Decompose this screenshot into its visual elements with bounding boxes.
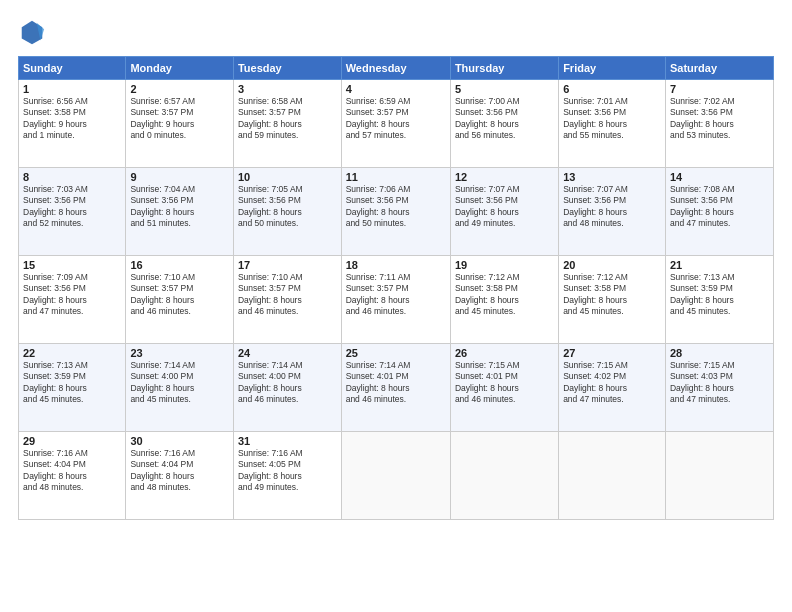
day-info: Sunrise: 7:08 AM Sunset: 3:56 PM Dayligh… bbox=[670, 184, 769, 230]
day-cell: 8Sunrise: 7:03 AM Sunset: 3:56 PM Daylig… bbox=[19, 168, 126, 256]
day-number: 10 bbox=[238, 171, 337, 183]
day-info: Sunrise: 7:02 AM Sunset: 3:56 PM Dayligh… bbox=[670, 96, 769, 142]
day-number: 29 bbox=[23, 435, 121, 447]
day-number: 19 bbox=[455, 259, 554, 271]
weekday-header-tuesday: Tuesday bbox=[233, 57, 341, 80]
day-number: 7 bbox=[670, 83, 769, 95]
day-number: 22 bbox=[23, 347, 121, 359]
weekday-row: SundayMondayTuesdayWednesdayThursdayFrid… bbox=[19, 57, 774, 80]
day-number: 20 bbox=[563, 259, 661, 271]
day-cell: 30Sunrise: 7:16 AM Sunset: 4:04 PM Dayli… bbox=[126, 432, 234, 520]
day-info: Sunrise: 7:01 AM Sunset: 3:56 PM Dayligh… bbox=[563, 96, 661, 142]
day-cell: 3Sunrise: 6:58 AM Sunset: 3:57 PM Daylig… bbox=[233, 80, 341, 168]
calendar-table: SundayMondayTuesdayWednesdayThursdayFrid… bbox=[18, 56, 774, 520]
logo bbox=[18, 18, 50, 46]
day-info: Sunrise: 7:12 AM Sunset: 3:58 PM Dayligh… bbox=[563, 272, 661, 318]
day-info: Sunrise: 7:14 AM Sunset: 4:00 PM Dayligh… bbox=[238, 360, 337, 406]
day-number: 5 bbox=[455, 83, 554, 95]
day-info: Sunrise: 7:14 AM Sunset: 4:00 PM Dayligh… bbox=[130, 360, 229, 406]
day-number: 14 bbox=[670, 171, 769, 183]
day-info: Sunrise: 7:06 AM Sunset: 3:56 PM Dayligh… bbox=[346, 184, 446, 230]
day-info: Sunrise: 7:11 AM Sunset: 3:57 PM Dayligh… bbox=[346, 272, 446, 318]
page: SundayMondayTuesdayWednesdayThursdayFrid… bbox=[0, 0, 792, 612]
day-cell: 1Sunrise: 6:56 AM Sunset: 3:58 PM Daylig… bbox=[19, 80, 126, 168]
day-info: Sunrise: 6:57 AM Sunset: 3:57 PM Dayligh… bbox=[130, 96, 229, 142]
day-info: Sunrise: 7:16 AM Sunset: 4:04 PM Dayligh… bbox=[130, 448, 229, 494]
day-cell bbox=[450, 432, 558, 520]
day-number: 31 bbox=[238, 435, 337, 447]
day-info: Sunrise: 7:12 AM Sunset: 3:58 PM Dayligh… bbox=[455, 272, 554, 318]
day-info: Sunrise: 7:13 AM Sunset: 3:59 PM Dayligh… bbox=[23, 360, 121, 406]
day-number: 28 bbox=[670, 347, 769, 359]
day-info: Sunrise: 7:00 AM Sunset: 3:56 PM Dayligh… bbox=[455, 96, 554, 142]
day-info: Sunrise: 7:15 AM Sunset: 4:02 PM Dayligh… bbox=[563, 360, 661, 406]
day-info: Sunrise: 6:56 AM Sunset: 3:58 PM Dayligh… bbox=[23, 96, 121, 142]
day-number: 1 bbox=[23, 83, 121, 95]
day-number: 15 bbox=[23, 259, 121, 271]
day-cell: 9Sunrise: 7:04 AM Sunset: 3:56 PM Daylig… bbox=[126, 168, 234, 256]
day-cell: 20Sunrise: 7:12 AM Sunset: 3:58 PM Dayli… bbox=[559, 256, 666, 344]
day-cell: 10Sunrise: 7:05 AM Sunset: 3:56 PM Dayli… bbox=[233, 168, 341, 256]
week-row-1: 1Sunrise: 6:56 AM Sunset: 3:58 PM Daylig… bbox=[19, 80, 774, 168]
day-cell: 14Sunrise: 7:08 AM Sunset: 3:56 PM Dayli… bbox=[665, 168, 773, 256]
day-number: 23 bbox=[130, 347, 229, 359]
day-number: 12 bbox=[455, 171, 554, 183]
logo-icon bbox=[18, 18, 46, 46]
day-info: Sunrise: 7:04 AM Sunset: 3:56 PM Dayligh… bbox=[130, 184, 229, 230]
weekday-header-friday: Friday bbox=[559, 57, 666, 80]
day-cell: 28Sunrise: 7:15 AM Sunset: 4:03 PM Dayli… bbox=[665, 344, 773, 432]
day-cell: 11Sunrise: 7:06 AM Sunset: 3:56 PM Dayli… bbox=[341, 168, 450, 256]
day-cell: 23Sunrise: 7:14 AM Sunset: 4:00 PM Dayli… bbox=[126, 344, 234, 432]
weekday-header-sunday: Sunday bbox=[19, 57, 126, 80]
day-cell: 12Sunrise: 7:07 AM Sunset: 3:56 PM Dayli… bbox=[450, 168, 558, 256]
week-row-2: 8Sunrise: 7:03 AM Sunset: 3:56 PM Daylig… bbox=[19, 168, 774, 256]
day-number: 24 bbox=[238, 347, 337, 359]
day-number: 6 bbox=[563, 83, 661, 95]
weekday-header-wednesday: Wednesday bbox=[341, 57, 450, 80]
day-info: Sunrise: 7:15 AM Sunset: 4:03 PM Dayligh… bbox=[670, 360, 769, 406]
day-cell: 15Sunrise: 7:09 AM Sunset: 3:56 PM Dayli… bbox=[19, 256, 126, 344]
header bbox=[18, 18, 774, 46]
day-cell: 22Sunrise: 7:13 AM Sunset: 3:59 PM Dayli… bbox=[19, 344, 126, 432]
day-info: Sunrise: 7:10 AM Sunset: 3:57 PM Dayligh… bbox=[238, 272, 337, 318]
day-cell: 29Sunrise: 7:16 AM Sunset: 4:04 PM Dayli… bbox=[19, 432, 126, 520]
day-number: 21 bbox=[670, 259, 769, 271]
day-info: Sunrise: 7:13 AM Sunset: 3:59 PM Dayligh… bbox=[670, 272, 769, 318]
week-row-3: 15Sunrise: 7:09 AM Sunset: 3:56 PM Dayli… bbox=[19, 256, 774, 344]
day-number: 27 bbox=[563, 347, 661, 359]
day-number: 25 bbox=[346, 347, 446, 359]
day-number: 18 bbox=[346, 259, 446, 271]
weekday-header-saturday: Saturday bbox=[665, 57, 773, 80]
day-cell: 13Sunrise: 7:07 AM Sunset: 3:56 PM Dayli… bbox=[559, 168, 666, 256]
day-info: Sunrise: 7:09 AM Sunset: 3:56 PM Dayligh… bbox=[23, 272, 121, 318]
day-info: Sunrise: 7:05 AM Sunset: 3:56 PM Dayligh… bbox=[238, 184, 337, 230]
day-info: Sunrise: 6:59 AM Sunset: 3:57 PM Dayligh… bbox=[346, 96, 446, 142]
day-cell: 19Sunrise: 7:12 AM Sunset: 3:58 PM Dayli… bbox=[450, 256, 558, 344]
day-info: Sunrise: 6:58 AM Sunset: 3:57 PM Dayligh… bbox=[238, 96, 337, 142]
day-cell: 17Sunrise: 7:10 AM Sunset: 3:57 PM Dayli… bbox=[233, 256, 341, 344]
day-cell: 6Sunrise: 7:01 AM Sunset: 3:56 PM Daylig… bbox=[559, 80, 666, 168]
day-cell: 2Sunrise: 6:57 AM Sunset: 3:57 PM Daylig… bbox=[126, 80, 234, 168]
week-row-5: 29Sunrise: 7:16 AM Sunset: 4:04 PM Dayli… bbox=[19, 432, 774, 520]
day-cell: 7Sunrise: 7:02 AM Sunset: 3:56 PM Daylig… bbox=[665, 80, 773, 168]
day-cell bbox=[559, 432, 666, 520]
calendar-header: SundayMondayTuesdayWednesdayThursdayFrid… bbox=[19, 57, 774, 80]
day-number: 17 bbox=[238, 259, 337, 271]
day-cell: 18Sunrise: 7:11 AM Sunset: 3:57 PM Dayli… bbox=[341, 256, 450, 344]
day-cell: 5Sunrise: 7:00 AM Sunset: 3:56 PM Daylig… bbox=[450, 80, 558, 168]
day-number: 9 bbox=[130, 171, 229, 183]
weekday-header-thursday: Thursday bbox=[450, 57, 558, 80]
week-row-4: 22Sunrise: 7:13 AM Sunset: 3:59 PM Dayli… bbox=[19, 344, 774, 432]
day-info: Sunrise: 7:16 AM Sunset: 4:05 PM Dayligh… bbox=[238, 448, 337, 494]
day-number: 3 bbox=[238, 83, 337, 95]
day-cell: 31Sunrise: 7:16 AM Sunset: 4:05 PM Dayli… bbox=[233, 432, 341, 520]
day-cell: 16Sunrise: 7:10 AM Sunset: 3:57 PM Dayli… bbox=[126, 256, 234, 344]
day-number: 13 bbox=[563, 171, 661, 183]
day-cell: 27Sunrise: 7:15 AM Sunset: 4:02 PM Dayli… bbox=[559, 344, 666, 432]
day-cell bbox=[665, 432, 773, 520]
day-cell: 4Sunrise: 6:59 AM Sunset: 3:57 PM Daylig… bbox=[341, 80, 450, 168]
day-number: 4 bbox=[346, 83, 446, 95]
day-number: 30 bbox=[130, 435, 229, 447]
day-number: 16 bbox=[130, 259, 229, 271]
day-number: 26 bbox=[455, 347, 554, 359]
